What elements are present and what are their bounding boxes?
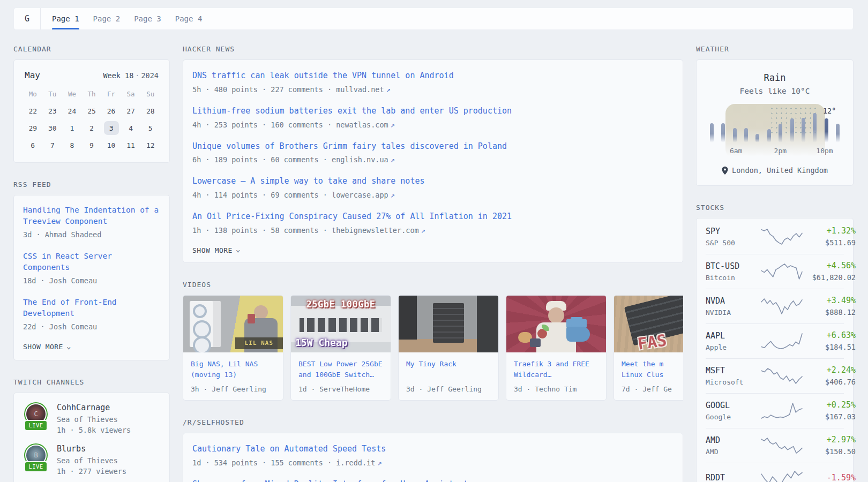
video-card[interactable]: My Tiny Rack 3d · Jeff Geerling (398, 295, 499, 401)
stock-row[interactable]: BTC-USDBitcoin +4.56%$61,820.02 (706, 254, 844, 289)
reddit-item: Showcase of my Mixed Reality Interface f… (192, 479, 674, 482)
hn-item-meta: 5h · 480 points · 227 comments · mullvad… (192, 85, 674, 94)
weather-bar (836, 124, 840, 142)
reddit-item-title[interactable]: Showcase of my Mixed Reality Interface f… (192, 479, 468, 482)
rss-item-title[interactable]: The End of Front-End Development (23, 298, 117, 318)
hn-meta-text: 4h · 114 points · 69 comments · lowercas… (192, 191, 388, 199)
tab-page-4[interactable]: Page 4 (168, 8, 209, 29)
calendar-day: 25 (82, 103, 102, 119)
stock-name: Microsoft (706, 378, 757, 386)
external-link-icon[interactable]: ↗ (377, 458, 381, 467)
stock-symbol: AMD (706, 435, 757, 445)
twitch-channel-row[interactable]: C LIVE CohhCarnage Sea of Thieves 1h · 5… (23, 402, 160, 434)
video-meta: 7d · Jeff Ge (622, 385, 683, 393)
page-tabs: Page 1 Page 2 Page 3 Page 4 (41, 8, 209, 29)
weather-bar (790, 118, 794, 142)
external-link-icon[interactable]: ↗ (391, 120, 395, 129)
video-title[interactable]: My Tiny Rack (406, 359, 491, 370)
external-link-icon[interactable]: ↗ (391, 155, 395, 164)
video-card[interactable]: 25GbE 100GbE 15W Cheap BEST Low Power 25… (290, 295, 391, 401)
video-title[interactable]: Big NAS, Lil NAS (moving 13) (191, 359, 275, 380)
video-card[interactable]: Traefik 3 and FREE Wildcard… 3d · Techno… (506, 295, 607, 401)
reddit-item-title[interactable]: Cautionary Tale on Automated Speed Tests (192, 444, 386, 454)
external-link-icon[interactable]: ↗ (391, 191, 395, 199)
calendar-day: 11 (121, 137, 141, 153)
weather-time-label: 2pm (774, 147, 787, 155)
video-thumbnail: LIL NAS (183, 296, 283, 352)
stock-row[interactable]: SPYS&P 500 +1.32%$511.69 (706, 220, 844, 254)
stock-price: $406.76 (806, 378, 856, 386)
hacker-news-section-label: HACKER NEWS (183, 45, 683, 53)
stock-price: $511.69 (806, 238, 856, 247)
stock-row[interactable]: GOOGLGoogle +0.25%$167.03 (706, 393, 844, 428)
twitch-channel-name[interactable]: Blurbs (57, 444, 126, 454)
calendar-month: May (25, 70, 40, 80)
thumb-caption: 25GbE 100GbE (291, 299, 391, 310)
tab-page-1[interactable]: Page 1 (45, 8, 86, 29)
tab-page-3[interactable]: Page 3 (127, 8, 168, 29)
stock-row[interactable]: AMDAMD +2.97%$150.50 (706, 428, 844, 463)
hacker-news-widget: DNS traffic can leak outside the VPN tun… (183, 59, 683, 263)
twitch-channel-name[interactable]: CohhCarnage (57, 403, 131, 412)
weather-section: WEATHER Rain Feels like 10°C 12° 6am2pm1… (696, 45, 854, 186)
hn-item-title[interactable]: DNS traffic can leak outside the VPN tun… (192, 71, 454, 80)
stock-sparkline (761, 470, 802, 482)
weather-location-text: London, United Kingdom (732, 166, 828, 175)
calendar-day: 26 (101, 103, 121, 119)
videos-section: VIDEOS LIL NAS Big NAS, Lil NAS (moving … (183, 281, 683, 401)
weather-bar (710, 123, 714, 142)
hn-show-more-button[interactable]: SHOW MORE ⌄ (192, 246, 674, 254)
twitch-widget: C LIVE CohhCarnage Sea of Thieves 1h · 5… (13, 393, 170, 482)
stock-price: $888.12 (806, 308, 856, 317)
stocks-widget: SPYS&P 500 +1.32%$511.69 BTC-USDBitcoin … (696, 218, 854, 482)
calendar-dow: Th (82, 86, 102, 102)
twitch-section-label: TWITCH CHANNELS (13, 378, 170, 386)
twitch-channel-row[interactable]: B LIVE Blurbs Sea of Thieves 1h · 277 vi… (23, 443, 160, 476)
hn-item-title[interactable]: An Oil Price-Fixing Conspiracy Caused 27… (192, 212, 512, 221)
tab-page-2[interactable]: Page 2 (86, 8, 128, 29)
weather-bar (733, 128, 737, 142)
hn-item: Lithium-free sodium batteries exit the l… (192, 106, 674, 129)
rss-item-meta: 18d · Josh Comeau (23, 276, 160, 285)
calendar-day: 8 (62, 137, 82, 153)
stock-row[interactable]: MSFTMicrosoft +2.24%$406.76 (706, 358, 844, 393)
rss-item-title[interactable]: CSS in React Server Components (23, 252, 112, 272)
weather-feels-like: Feels like 10°C (705, 87, 844, 95)
hn-item-title[interactable]: Unique volumes of Brothers Grimm fairy t… (192, 141, 507, 151)
reddit-item-meta: 1d · 534 points · 155 comments · i.redd.… (192, 458, 674, 467)
video-title[interactable]: Meet the m Linux Clus (622, 359, 683, 380)
hn-item-title[interactable]: Lithium-free sodium batteries exit the l… (192, 106, 512, 116)
stock-sparkline (761, 436, 802, 455)
hn-item: Lowercase – A simple way to take and sha… (192, 176, 674, 199)
twitch-game: Sea of Thieves (57, 456, 126, 465)
video-card[interactable]: FAS Meet the m Linux Clus 7d · Jeff Ge (613, 295, 683, 401)
app-logo[interactable]: G (14, 8, 41, 29)
external-link-icon[interactable]: ↗ (421, 226, 425, 235)
hn-item-title[interactable]: Lowercase – A simple way to take and sha… (192, 176, 424, 186)
calendar-dow: Mo (23, 86, 43, 102)
stock-row[interactable]: RDDT -1.59% (706, 463, 844, 482)
stock-row[interactable]: NVDANVIDIA +3.49%$888.12 (706, 289, 844, 323)
hn-item-meta: 4h · 114 points · 69 comments · lowercas… (192, 191, 674, 199)
video-thumbnail (506, 296, 606, 352)
rss-item: CSS in React Server Components 18d · Jos… (23, 251, 160, 285)
video-title[interactable]: Traefik 3 and FREE Wildcard… (514, 359, 598, 380)
stock-sparkline (761, 262, 802, 281)
video-title[interactable]: BEST Low Power 25GbE and 100GbE Switch… (298, 359, 383, 380)
stocks-section: STOCKS SPYS&P 500 +1.32%$511.69 BTC-USDB… (696, 204, 854, 482)
video-card[interactable]: LIL NAS Big NAS, Lil NAS (moving 13) 3h … (183, 295, 283, 401)
reddit-meta-text: 1d · 534 points · 155 comments · i.redd.… (192, 458, 375, 467)
calendar-dow: Sa (121, 86, 141, 102)
rss-item-title[interactable]: Handling The Indentation of a Treeview C… (23, 206, 159, 225)
calendar-day: 10 (101, 137, 121, 153)
stock-sparkline (761, 367, 802, 385)
rss-show-more-button[interactable]: SHOW MORE ⌄ (23, 343, 160, 351)
stock-price: $167.03 (806, 412, 856, 421)
external-link-icon[interactable]: ↗ (386, 85, 391, 94)
twitch-game: Sea of Thieves (57, 415, 131, 424)
hn-meta-text: 4h · 253 points · 160 comments · newatla… (192, 120, 388, 129)
calendar-day: 3 (101, 120, 121, 136)
stock-row[interactable]: AAPLApple +6.63%$184.51 (706, 323, 844, 358)
calendar-day: 22 (23, 103, 43, 119)
calendar-year: 2024 (141, 71, 159, 80)
